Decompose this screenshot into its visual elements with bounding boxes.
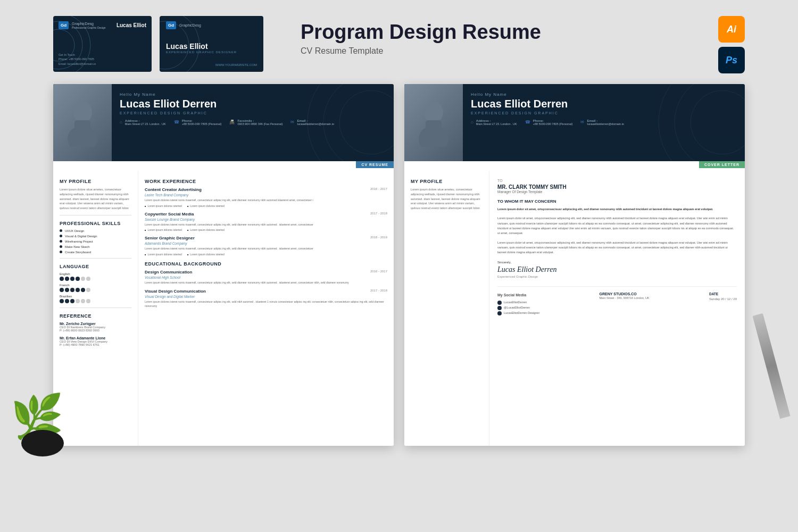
- illustrator-icon: Ai: [718, 16, 745, 43]
- work-item-1: Content Creator Advertising 2016 - 2017 …: [145, 187, 387, 207]
- cover-header-info: Hello My Name Lucas Elliot Derren EXPERI…: [463, 84, 745, 161]
- divider-3: [60, 307, 131, 308]
- edu-2-desc: Lorem ipsum dolores isteret nonis risaem…: [145, 300, 387, 308]
- work-3-title: Senior Graphic Designer: [145, 236, 195, 240]
- resume-header: Hello My Name Lucas Elliot Derren EXPERI…: [53, 84, 394, 161]
- dot: [70, 299, 74, 303]
- cover-date-value: Sunday 20 / 12 / 20: [709, 297, 737, 301]
- divider-1: [60, 215, 131, 215]
- cover-phone-contact: ☎ Phone: +88 5000-090 7805 (Personal): [525, 119, 573, 127]
- dot: [60, 288, 64, 292]
- social-value-2: @LucasElliotDerren: [504, 305, 530, 311]
- card2-logo: Gd: [166, 21, 176, 29]
- work-title: WORK EXPERIENCE: [145, 179, 387, 184]
- phone-icon: ☎: [174, 120, 179, 124]
- cover-social-title: My Social Media: [497, 292, 539, 299]
- page-subtitle: CV Resume Template: [301, 46, 686, 56]
- work-3-bullet-2: Lorem ipsum dolores isterted: [187, 253, 225, 256]
- work-3-bullet-1: Lorem ipsum dolores isterted: [145, 253, 182, 256]
- social-value-3: LucasElliotDerren-Designer: [504, 311, 539, 316]
- ref-1-name: Mr. Zericho Zuriqper: [60, 322, 131, 326]
- resume-body: MY PROFILE Lorem ipsum dolore situe amet…: [53, 171, 394, 446]
- dot: [81, 277, 85, 281]
- card2-brand: GraphicDesg: [179, 23, 201, 28]
- skills-list: UI/UX Design Visual & Digital Design Wir…: [60, 229, 131, 254]
- work-2-company: Saxoze Lounge Brand Company: [145, 218, 387, 221]
- cover-photo: [404, 84, 463, 161]
- card2-name: Lucas Elliot: [166, 42, 257, 51]
- cover-name: Lucas Elliot Derren: [471, 98, 737, 110]
- svg-rect-10: [74, 120, 90, 139]
- card1-brand: GraphicDesg: [72, 21, 105, 26]
- lang-english-dots: [60, 277, 131, 281]
- edu-1-desc: Lorem ipsum dolores isteret nonis risaem…: [145, 281, 387, 285]
- lang-french-label: French: [60, 284, 131, 287]
- dot: [76, 288, 80, 292]
- email-contact: ✉ Email : lucaselliotderren@domain.io: [290, 119, 334, 127]
- dot: [86, 277, 90, 281]
- dot: [70, 277, 74, 281]
- work-1-company: Lasire Tech Brand Company: [145, 193, 387, 197]
- work-3-year: 2018 - 2019: [370, 236, 387, 239]
- work-3-bullets: Lorem ipsum dolores isterted Lorem ipsum…: [145, 253, 387, 256]
- ref-2: Mr. Erfan Adamante Llone CEO DI View Des…: [60, 336, 131, 346]
- email-icon: ✉: [290, 120, 294, 124]
- ref-1-phone: P: (+89) 9000 0923 8392 0993: [60, 329, 131, 332]
- cover-profile-title: MY PROFILE: [411, 179, 483, 184]
- lang-french-dots: [60, 288, 131, 292]
- dot: [70, 288, 74, 292]
- cover-para-3: Lorem ipsum dolor sit amet, ortuyconseci…: [497, 240, 737, 255]
- edu-item-1: Design Communication 2016 - 2017 Vocatio…: [145, 270, 387, 285]
- lang-french: French: [60, 284, 131, 292]
- work-3-company: Adamantis Brand Company: [145, 242, 387, 245]
- dot: [65, 288, 69, 292]
- skill-2: Visual & Digital Design: [60, 235, 131, 238]
- title-area: Program Design Resume CV Resume Template: [285, 16, 686, 56]
- hello-text: Hello My Name: [120, 92, 386, 97]
- cover-recipient: MR. CLARK TOMMY SMITH: [497, 184, 737, 190]
- cover-signature: Lucas Elliot Derren: [497, 265, 737, 274]
- resume-header-info: Hello My Name Lucas Elliot Derren EXPERI…: [112, 84, 394, 161]
- card1-tagline: Professional Graphic Design: [72, 26, 105, 30]
- dot: [76, 277, 80, 281]
- social-icon-3: [497, 311, 502, 315]
- work-2-desc: Lorem ipsum dolores isteret nonis risaem…: [145, 223, 387, 227]
- skill-5: Create Storyboard: [60, 251, 131, 254]
- cover-recipient-role: Manager Of Design Template: [497, 190, 737, 194]
- bottom-section: 🌿: [53, 84, 745, 446]
- lang-english-label: English: [60, 272, 131, 276]
- cover-body-wrapper: MY PROFILE Lorem ipsum dolore situe amet…: [404, 171, 745, 446]
- skill-dot-3: [60, 240, 62, 243]
- top-section: Gd GraphicDesg Professional Graphic Desi…: [53, 16, 745, 73]
- cover-header: Hello My Name Lucas Elliot Derren EXPERI…: [404, 84, 745, 161]
- edu-2-title: Visual Design Communication: [145, 289, 206, 294]
- svg-rect-16: [426, 120, 442, 139]
- dot: [60, 277, 64, 281]
- cover-address-icon: ⌂: [471, 120, 473, 124]
- cover-photo-placeholder: [404, 84, 463, 161]
- fax-value: 0903 904 0890 346 (Fax Personal): [237, 122, 282, 127]
- address-contact: ⌂ Address : Main Street LT 23. London . …: [120, 119, 166, 127]
- resume-main-content: WORK EXPERIENCE Content Creator Advertis…: [138, 171, 394, 446]
- plant-decoration: 🌿: [11, 371, 80, 456]
- card2-website: WWW.YOURWEBSITE.COM: [166, 63, 257, 66]
- work-1-bullets: Lorem ipsum dolores isterted Lorem ipsum…: [145, 204, 387, 207]
- resume-name: Lucas Elliot Derren: [120, 98, 386, 110]
- skill-dot-4: [60, 245, 62, 248]
- profile-text: Lorem ipsum dolore situe ameteu, consect…: [60, 187, 131, 211]
- social-icon-1: [497, 301, 502, 305]
- dot: [86, 288, 90, 292]
- svg-point-8: [73, 102, 92, 123]
- work-1-desc: Lorem ipsum dolores isteret nonis risaem…: [145, 198, 387, 203]
- cv-tab: CV RESUME: [53, 161, 394, 168]
- card1-email: Email: lucaselliot@domain.io: [59, 62, 146, 66]
- cover-email-contact: ✉ Email : lucaselliotderren@domain.io: [580, 119, 624, 127]
- plant-pot: [21, 430, 64, 456]
- edu-2-school: Visual Design and Digital Marker: [145, 295, 387, 298]
- work-2-year: 2017 - 2018: [370, 212, 387, 215]
- dot: [81, 288, 85, 292]
- social-item-2: @LucasElliotDerren: [497, 305, 539, 311]
- skill-dot-2: [60, 235, 62, 237]
- skills-title: PROFESSIONAL SKILLS: [60, 221, 131, 226]
- card2-role: EXPERIENCED GRAPHIC DESIGNER: [166, 51, 257, 54]
